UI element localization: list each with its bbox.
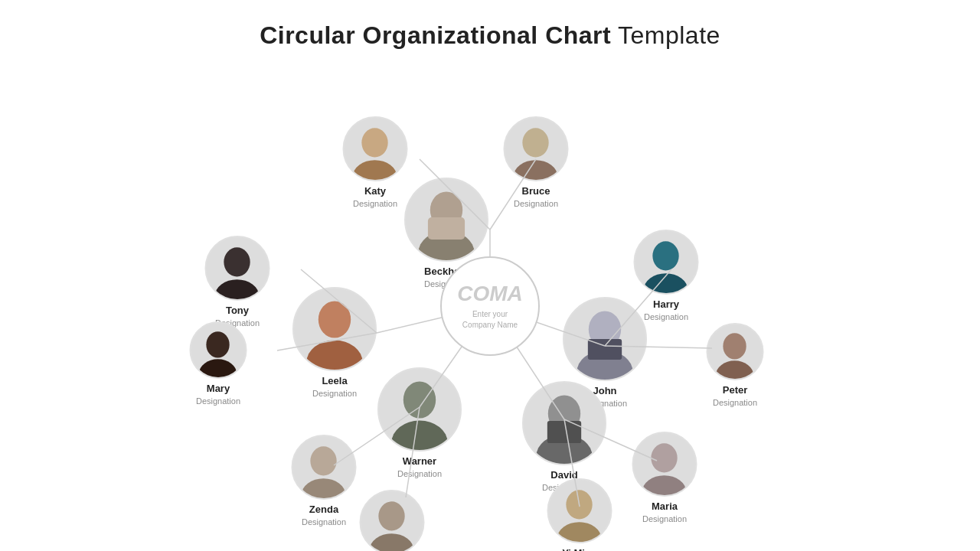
avatar-zenda	[292, 435, 357, 500]
page-title: Circular Organizational Chart Template	[0, 0, 980, 50]
person-peter: Peter Designation	[707, 323, 764, 408]
person-josef: Josef Designation	[360, 490, 425, 551]
person-katy: Katy Designation	[343, 116, 408, 209]
svg-point-25	[306, 340, 362, 370]
avatar-bruce	[504, 116, 569, 181]
company-name: Enter your Company Name	[462, 309, 518, 331]
svg-point-21	[514, 160, 557, 180]
svg-point-20	[522, 128, 548, 157]
svg-point-27	[199, 359, 237, 377]
person-david: David Designation	[522, 381, 606, 493]
avatar-katy	[343, 116, 408, 181]
svg-point-44	[651, 443, 677, 472]
svg-point-26	[206, 331, 229, 357]
name-bruce: Bruce	[522, 185, 550, 198]
designation-leela: Designation	[312, 388, 357, 399]
center-node: COMA Enter your Company Name	[440, 256, 540, 356]
avatar-john	[563, 297, 647, 381]
person-warner: Warner Designation	[377, 367, 462, 479]
person-zenda: Zenda Designation	[292, 435, 357, 527]
name-peter: Peter	[723, 384, 748, 397]
designation-warner: Designation	[397, 468, 442, 479]
name-mary: Mary	[207, 383, 230, 396]
avatar-tony	[205, 236, 270, 301]
svg-point-38	[302, 478, 345, 498]
name-leela: Leela	[322, 375, 347, 388]
designation-zenda: Designation	[302, 517, 346, 527]
svg-point-35	[403, 381, 436, 418]
person-leela: Leela Designation	[292, 287, 377, 399]
svg-point-34	[716, 360, 753, 379]
svg-point-40	[370, 533, 413, 551]
svg-point-22	[224, 247, 250, 276]
designation-peter: Designation	[713, 397, 757, 408]
svg-point-28	[652, 241, 678, 270]
chart-container: COMA Enter your Company Name Beckham Des…	[0, 61, 980, 551]
person-maria: Maria Designation	[632, 432, 697, 524]
svg-rect-32	[588, 339, 622, 360]
designation-harry: Designation	[644, 311, 688, 322]
avatar-yiming	[547, 478, 612, 543]
svg-point-19	[353, 160, 397, 180]
name-tony: Tony	[226, 305, 249, 318]
svg-point-47	[557, 522, 601, 542]
person-tony: Tony Designation	[205, 236, 270, 328]
svg-rect-43	[547, 421, 581, 443]
svg-point-46	[566, 490, 592, 519]
avatar-mary	[190, 321, 247, 379]
designation-mary: Designation	[196, 396, 240, 406]
name-katy: Katy	[364, 185, 386, 198]
person-mary: Mary Designation	[190, 321, 247, 406]
svg-point-24	[318, 301, 351, 337]
svg-point-18	[361, 128, 387, 157]
svg-point-45	[642, 475, 686, 495]
designation-katy: Designation	[353, 198, 397, 209]
designation-bruce: Designation	[514, 198, 558, 209]
designation-maria: Designation	[642, 514, 687, 524]
svg-point-37	[310, 446, 336, 475]
svg-rect-17	[428, 217, 465, 240]
avatar-leela	[292, 287, 377, 371]
avatar-beckham	[404, 178, 488, 262]
person-yiming: Yi Ming Designation	[547, 478, 612, 551]
svg-point-33	[723, 333, 746, 359]
avatar-david	[522, 381, 606, 465]
svg-point-29	[644, 273, 688, 293]
avatar-peter	[707, 323, 764, 380]
svg-point-39	[378, 501, 404, 530]
svg-point-23	[215, 279, 259, 299]
company-logo: COMA	[457, 282, 523, 306]
name-yiming: Yi Ming	[562, 547, 597, 551]
name-warner: Warner	[403, 455, 436, 468]
avatar-maria	[632, 432, 697, 497]
name-maria: Maria	[652, 500, 678, 514]
person-bruce: Bruce Designation	[504, 116, 569, 209]
name-zenda: Zenda	[309, 504, 338, 517]
avatar-josef	[360, 490, 425, 551]
name-harry: Harry	[653, 298, 679, 311]
avatar-warner	[377, 367, 462, 452]
avatar-harry	[634, 230, 699, 295]
svg-point-36	[391, 420, 447, 450]
